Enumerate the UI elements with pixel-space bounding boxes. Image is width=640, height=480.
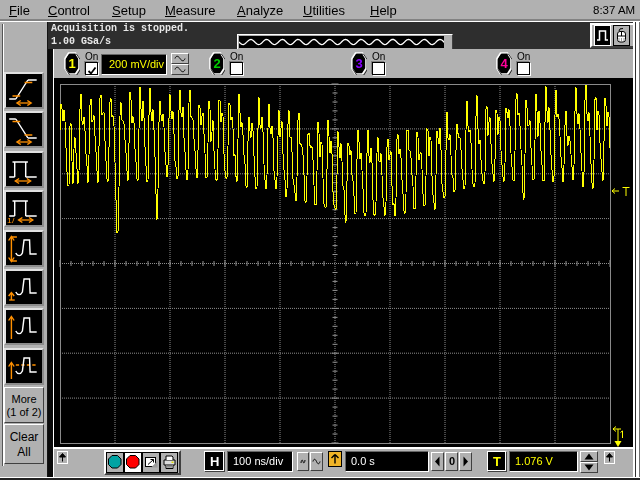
svg-text:4: 4: [500, 56, 508, 71]
svg-text:3: 3: [355, 56, 362, 71]
svg-text:1/: 1/: [7, 215, 15, 224]
svg-text:1: 1: [68, 56, 75, 71]
svg-text:2: 2: [213, 56, 220, 71]
